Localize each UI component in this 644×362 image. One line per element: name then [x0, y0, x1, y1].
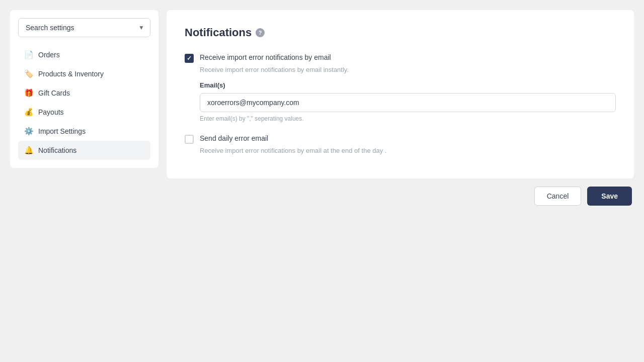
sidebar-item-notifications-label: Notifications	[38, 146, 76, 154]
sidebar-item-products-inventory-label: Products & Inventory	[38, 70, 104, 78]
receive-error-row: Receive import error notifications by em…	[185, 53, 616, 63]
email-field-label: Email(s)	[200, 81, 616, 89]
search-settings-select[interactable]: Search settings	[18, 18, 150, 37]
sidebar-item-payouts[interactable]: 💰 Payouts	[18, 103, 150, 122]
send-daily-label: Send daily error email	[200, 134, 268, 142]
send-daily-checkbox[interactable]	[185, 135, 194, 144]
gift-cards-icon: 🎁	[24, 88, 33, 98]
sidebar-item-payouts-label: Payouts	[38, 108, 64, 116]
receive-error-sublabel: Receive import error notifications by em…	[200, 66, 616, 73]
page-title: Notifications	[185, 26, 252, 39]
sidebar-item-gift-cards-label: Gift Cards	[38, 89, 70, 97]
sidebar-item-import-settings-label: Import Settings	[38, 127, 86, 135]
save-button[interactable]: Save	[587, 187, 632, 206]
sidebar-item-notifications[interactable]: 🔔 Notifications	[18, 141, 150, 160]
send-daily-row: Send daily error email	[185, 134, 616, 144]
sidebar-item-import-settings[interactable]: ⚙️ Import Settings	[18, 122, 150, 141]
notifications-icon: 🔔	[24, 146, 33, 155]
sidebar: Search settings ▼ 📄 Orders 🏷️ Products &…	[10, 10, 158, 168]
receive-error-checkbox[interactable]	[185, 54, 194, 63]
content-card: Notifications ? Receive import error not…	[167, 10, 634, 178]
sidebar-item-products-inventory[interactable]: 🏷️ Products & Inventory	[18, 64, 150, 83]
send-daily-sublabel: Receive import error notifications by em…	[200, 147, 616, 154]
cancel-button[interactable]: Cancel	[534, 187, 582, 206]
footer-actions: Cancel Save	[167, 187, 634, 206]
sidebar-item-orders[interactable]: 📄 Orders	[18, 45, 150, 64]
import-settings-icon: ⚙️	[24, 127, 33, 136]
products-inventory-icon: 🏷️	[24, 69, 33, 78]
page-title-row: Notifications ?	[185, 26, 616, 39]
sidebar-nav: 📄 Orders 🏷️ Products & Inventory 🎁 Gift …	[18, 45, 150, 160]
help-icon[interactable]: ?	[256, 28, 265, 37]
main-content: Notifications ? Receive import error not…	[167, 10, 634, 352]
receive-error-label: Receive import error notifications by em…	[200, 53, 331, 61]
sidebar-item-orders-label: Orders	[38, 51, 60, 59]
email-hint: Enter email(s) by "," seperating values.	[200, 115, 616, 122]
search-settings-wrapper: Search settings ▼	[18, 18, 150, 37]
sidebar-item-gift-cards[interactable]: 🎁 Gift Cards	[18, 83, 150, 103]
email-input[interactable]	[200, 93, 616, 112]
orders-icon: 📄	[24, 50, 33, 59]
payouts-icon: 💰	[24, 108, 33, 117]
